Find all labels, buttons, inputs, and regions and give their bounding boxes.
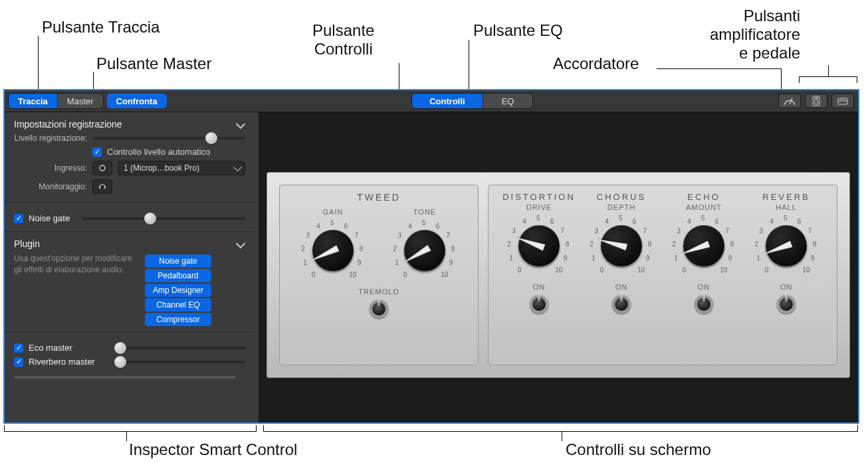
- knob-tick: 6: [550, 218, 554, 225]
- gain-knob[interactable]: 012345678910: [300, 217, 366, 284]
- input-label: Ingresso:: [14, 163, 87, 173]
- plugin-item[interactable]: Noise gate: [145, 254, 211, 268]
- amp-panel: TWEED GAIN 012345678910 TONE: [267, 172, 850, 378]
- knob-tick: 5: [330, 219, 334, 227]
- track-button[interactable]: Traccia: [9, 94, 58, 108]
- eco-master-checkbox[interactable]: ✓: [14, 343, 23, 353]
- knob-tick: 3: [760, 227, 764, 234]
- on-label: ON: [533, 283, 546, 291]
- noise-gate-label: Noise gate: [29, 213, 70, 223]
- amount-knob[interactable]: 012345678910: [671, 213, 737, 279]
- knob-tick: 0: [683, 266, 687, 274]
- knob-tick: 2: [754, 240, 758, 248]
- amp-icon: [812, 96, 820, 106]
- knob-distortion-col: DISTORTION DRIVE 012345678910: [499, 192, 579, 279]
- knob-tick: 8: [648, 240, 652, 248]
- knob-tick: 3: [398, 232, 402, 239]
- knob-tick: 1: [509, 254, 513, 262]
- record-level-slider[interactable]: [92, 137, 245, 139]
- knob-tick: 3: [595, 227, 599, 234]
- eq-button[interactable]: EQ: [483, 94, 533, 108]
- reverb-master-checkbox[interactable]: ✓: [14, 357, 23, 367]
- knob-tick: 7: [354, 232, 358, 239]
- knob-tick: 10: [349, 271, 356, 278]
- knob-tick: 9: [728, 254, 732, 262]
- input-mono-stereo-button[interactable]: [92, 161, 112, 175]
- plugin-item[interactable]: Pedalboard: [145, 269, 211, 282]
- divider: [14, 376, 236, 379]
- knob-tick: 4: [522, 218, 526, 225]
- monitoring-button[interactable]: [92, 179, 112, 194]
- knob-tick: 2: [393, 245, 397, 252]
- knob-tick: 4: [687, 218, 691, 225]
- slider-thumb[interactable]: [114, 356, 126, 368]
- drive-knob[interactable]: 012345678910: [506, 213, 572, 279]
- knob-tick: 4: [316, 223, 320, 230]
- input-source-dropdown[interactable]: 1 (Microp…book Pro): [118, 161, 245, 175]
- hall-knob[interactable]: 012345678910: [753, 213, 819, 279]
- echo-switch[interactable]: [695, 295, 713, 314]
- knob-tick: 1: [756, 254, 760, 262]
- callout-track-button: Pulsante Traccia: [42, 18, 160, 37]
- knob-label: AMOUNT: [686, 203, 722, 211]
- knob-tick: 2: [672, 240, 676, 248]
- plugin-item[interactable]: Channel EQ: [145, 298, 211, 312]
- knob-tick: 5: [422, 219, 426, 227]
- plugin-section: Plugin Usa quest'opzione per modificare …: [5, 232, 255, 332]
- knob-tick: 7: [808, 227, 812, 234]
- callout-screen-controls: Controlli su schermo: [566, 440, 711, 459]
- tone-knob[interactable]: 012345678910: [391, 217, 458, 284]
- knob-tick: 8: [360, 245, 364, 252]
- knob-tick: 5: [701, 215, 705, 222]
- plugin-item[interactable]: Compressor: [145, 313, 211, 326]
- controls-button[interactable]: Controlli: [412, 94, 483, 108]
- knob-chorus-col: CHORUS DEPTH 012345678910: [582, 192, 661, 279]
- on-label: ON: [780, 283, 793, 291]
- noise-gate-checkbox[interactable]: ✓: [14, 214, 23, 223]
- knob-tick: 3: [677, 227, 681, 234]
- input-source-value: 1 (Microp…book Pro): [124, 163, 199, 173]
- svg-point-8: [844, 99, 845, 100]
- controls-eq-segment: Controlli EQ: [412, 94, 532, 108]
- auto-level-label: Controllo livello automatico: [107, 147, 210, 157]
- noise-gate-section: ✓ Noise gate: [5, 203, 255, 232]
- tremolo-switch[interactable]: [370, 300, 388, 318]
- amp-button[interactable]: [805, 94, 827, 108]
- slider-thumb[interactable]: [144, 213, 156, 225]
- knob-tick: 7: [560, 227, 564, 234]
- knob-tick: 9: [564, 254, 568, 262]
- knob-tick: 10: [802, 266, 810, 274]
- knob-tick: 0: [600, 266, 604, 274]
- reverb-switch[interactable]: [777, 295, 796, 314]
- knob-tick: 0: [518, 266, 522, 274]
- knob-tick: 7: [446, 232, 450, 239]
- pedal-button[interactable]: [831, 94, 854, 108]
- chevron-down-icon[interactable]: [236, 239, 245, 248]
- tuner-button[interactable]: [778, 94, 801, 108]
- compare-button[interactable]: Confronta: [107, 94, 167, 108]
- knob-gain-col: GAIN 012345678910: [293, 208, 373, 284]
- svg-point-9: [100, 165, 105, 171]
- headphones-icon: [98, 183, 107, 191]
- knob-tick: 10: [555, 266, 562, 274]
- smart-controls-window: Traccia Master Confronta Controlli EQ Im…: [3, 89, 859, 424]
- chevron-down-icon[interactable]: [236, 120, 245, 129]
- chorus-switch[interactable]: [612, 295, 631, 314]
- noise-gate-slider[interactable]: [82, 217, 245, 220]
- distortion-title: DISTORTION: [502, 192, 576, 202]
- reverb-master-slider[interactable]: [114, 361, 245, 363]
- depth-knob[interactable]: 012345678910: [588, 213, 655, 279]
- knob-tick: 4: [408, 223, 412, 230]
- plugin-item[interactable]: Amp Designer: [145, 284, 211, 297]
- master-button[interactable]: Master: [58, 94, 103, 108]
- distortion-switch[interactable]: [530, 295, 548, 314]
- knob-tick: 7: [643, 227, 647, 234]
- auto-level-checkbox[interactable]: ✓: [92, 147, 102, 157]
- callout-controls-button: Pulsante Controlli: [312, 21, 374, 58]
- eco-master-slider[interactable]: [114, 347, 245, 349]
- knob-label: TONE: [413, 208, 436, 216]
- slider-thumb[interactable]: [205, 132, 217, 144]
- slider-thumb[interactable]: [114, 342, 126, 354]
- leader: [657, 68, 782, 69]
- bracket: [799, 76, 857, 83]
